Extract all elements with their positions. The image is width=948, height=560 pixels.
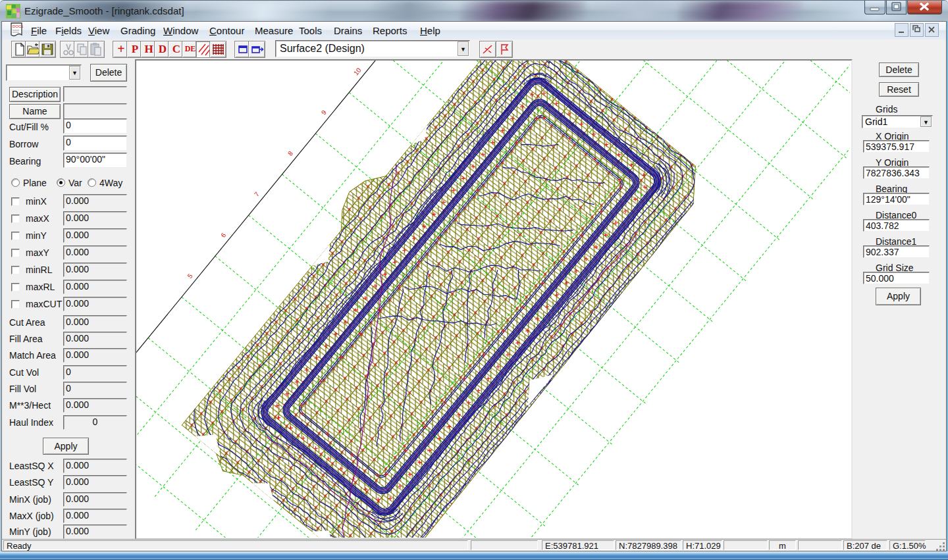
svg-text:DOC1: DOC1	[13, 24, 24, 28]
